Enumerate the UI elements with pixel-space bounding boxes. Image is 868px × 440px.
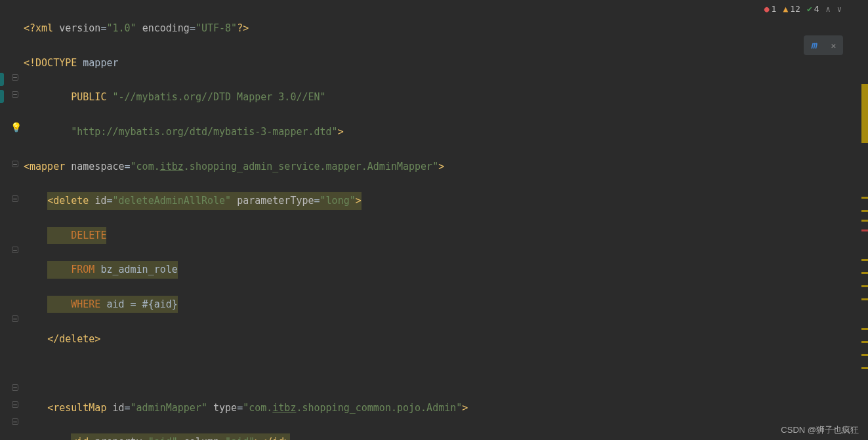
doctype: <!DOCTYPE: [24, 57, 77, 69]
fold-icon[interactable]: −: [12, 247, 21, 256]
fold-close-icon[interactable]: −: [12, 401, 21, 410]
mybatis-icon: m: [811, 39, 817, 51]
change-marker-icon: [0, 73, 4, 86]
warning-icon: ▲: [783, 4, 788, 14]
chevron-down-icon[interactable]: ∨: [837, 5, 842, 14]
fold-close-icon[interactable]: −: [12, 418, 21, 428]
stripe-mark[interactable]: [861, 272, 868, 274]
inspection-summary[interactable]: ●1 ▲12 ✔4 ∧ ∨: [764, 4, 842, 14]
error-count[interactable]: ●1: [764, 4, 777, 14]
stripe-mark[interactable]: [861, 328, 868, 330]
warning-count[interactable]: ▲12: [783, 4, 800, 14]
fold-icon[interactable]: −: [12, 74, 21, 83]
stripe-mark[interactable]: [861, 354, 868, 356]
fold-close-icon[interactable]: −: [12, 384, 21, 393]
stripe-mark[interactable]: [861, 298, 868, 300]
fold-icon[interactable]: −: [12, 195, 21, 205]
stripe-mark[interactable]: [861, 230, 868, 231]
stripe-mark[interactable]: [861, 220, 868, 222]
xml-decl: <?xml: [24, 22, 53, 34]
stripe-mark[interactable]: [861, 259, 868, 261]
stripe-mark[interactable]: [861, 210, 868, 212]
stripe-mark[interactable]: [861, 341, 868, 343]
stripe-mark[interactable]: [861, 367, 868, 369]
fold-close-icon[interactable]: −: [12, 161, 21, 170]
chevron-up-icon[interactable]: ∧: [826, 5, 831, 14]
error-icon: ●: [764, 4, 770, 14]
gutter: − − 💡 − − − − − − −: [0, 0, 24, 440]
watermark: CSDN @狮子也疯狂: [781, 424, 859, 436]
fold-icon[interactable]: −: [12, 91, 21, 100]
code-editor[interactable]: − − 💡 − − − − − − − <?xml version="1.0" …: [0, 0, 868, 440]
fold-icon[interactable]: −: [12, 315, 21, 325]
close-icon[interactable]: ✕: [831, 41, 836, 50]
sql-delete: DELETE: [71, 230, 106, 241]
mapper-tag: <mapper: [24, 161, 65, 172]
stripe-mark[interactable]: [861, 285, 868, 287]
check-icon: ✔: [807, 4, 812, 14]
change-marker-icon: [0, 90, 4, 103]
error-stripe[interactable]: [860, 0, 868, 440]
weak-warning-count[interactable]: ✔4: [807, 4, 819, 14]
lightbulb-icon[interactable]: 💡: [10, 122, 20, 131]
stripe-mark[interactable]: [861, 197, 868, 199]
code-area[interactable]: <?xml version="1.0" encoding="UTF-8"?> <…: [24, 0, 868, 440]
resultmap-tag: <resultMap: [47, 402, 106, 414]
delete-tag: <delete: [47, 195, 89, 207]
stripe-mark[interactable]: [861, 84, 868, 143]
mybatis-tool-widget[interactable]: m ✕: [804, 35, 843, 55]
